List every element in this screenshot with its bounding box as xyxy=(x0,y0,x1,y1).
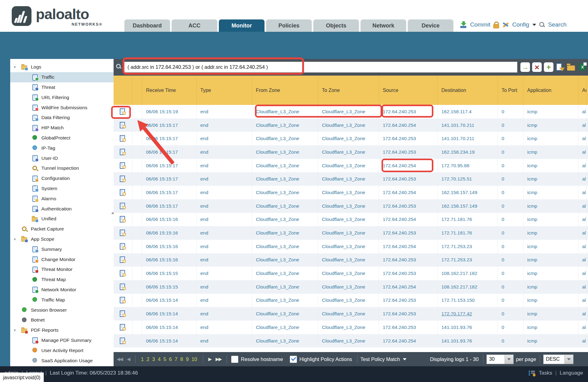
sidebar-item-saas-application-usage[interactable]: SaaS Application Usage xyxy=(10,355,114,366)
log-detail-icon[interactable] xyxy=(119,203,126,210)
language-button[interactable]: Language xyxy=(560,370,583,376)
sidebar-item-change-monitor[interactable]: Change Monitor xyxy=(10,254,114,264)
page-number[interactable]: 9 xyxy=(186,356,189,362)
sidebar-item-hip-match[interactable]: HIP Match xyxy=(10,123,114,133)
sidebar-item-manage-pdf-summary[interactable]: Manage PDF Summary xyxy=(10,335,114,346)
page-number[interactable]: 3 xyxy=(152,356,155,362)
highlight-policy-checkbox[interactable] xyxy=(290,356,297,363)
log-detail-icon[interactable] xyxy=(119,135,126,142)
sidebar-item-summary[interactable]: Summary xyxy=(10,244,114,254)
log-detail-icon[interactable] xyxy=(119,189,126,196)
lock-icon[interactable] xyxy=(493,21,499,28)
resolve-hostname-checkbox[interactable] xyxy=(231,356,238,363)
page-number[interactable]: 2 xyxy=(147,356,149,362)
tab-acc[interactable]: ACC xyxy=(172,19,217,32)
sidebar-item-pdf-reports[interactable]: PDF Reports xyxy=(10,325,114,335)
sidebar-item-data-filtering[interactable]: Data Filtering xyxy=(10,113,114,123)
commit-button[interactable]: Commit xyxy=(470,21,490,28)
page-number[interactable]: 10 xyxy=(191,356,197,362)
sidebar-item-app-scope[interactable]: App Scope xyxy=(10,234,114,244)
sidebar-item-authentication[interactable]: Authentication xyxy=(10,204,114,214)
log-detail-icon[interactable] xyxy=(119,176,126,182)
page-number[interactable]: 4 xyxy=(158,356,161,362)
apply-filter-button[interactable] xyxy=(520,62,530,72)
cell-text[interactable]: 172.70.177.42 xyxy=(441,311,472,317)
sidebar-item-threat-map[interactable]: Threat Map xyxy=(10,275,114,285)
column-header-destination[interactable]: Destination xyxy=(438,76,498,105)
sidebar-item-traffic[interactable]: Traffic xyxy=(10,72,114,82)
next-page-button[interactable] xyxy=(208,356,211,362)
log-detail-icon[interactable] xyxy=(119,310,126,317)
tab-monitor[interactable]: Monitor xyxy=(219,19,265,32)
sort-order-caret-icon[interactable] xyxy=(565,355,573,364)
sidebar-item-threat[interactable]: Threat xyxy=(10,82,114,93)
log-detail-icon[interactable] xyxy=(119,216,126,223)
first-page-button[interactable] xyxy=(117,356,123,362)
log-filter-input[interactable] xyxy=(123,61,518,73)
load-filter-folder-icon[interactable] xyxy=(567,63,576,72)
sidebar-item-traffic-map[interactable]: Traffic Map xyxy=(10,295,114,305)
column-header-source[interactable]: Source xyxy=(379,76,438,105)
last-page-button[interactable] xyxy=(215,356,221,362)
add-filter-button[interactable] xyxy=(544,62,553,72)
page-number[interactable]: 6 xyxy=(169,356,172,362)
tab-dashboard[interactable]: Dashboard xyxy=(124,19,170,32)
tab-objects[interactable]: Objects xyxy=(313,19,359,32)
expand-caret-icon[interactable] xyxy=(13,329,16,332)
sidebar-item-globalprotect[interactable]: GlobalProtect xyxy=(10,133,114,143)
sidebar-item-tunnel-inspection[interactable]: Tunnel Inspection xyxy=(10,163,114,173)
sidebar-item-botnet[interactable]: Botnet xyxy=(10,315,114,325)
page-number[interactable]: 7 xyxy=(175,356,177,362)
prev-page-button[interactable] xyxy=(127,356,130,362)
tab-device[interactable]: Device xyxy=(408,19,453,32)
tab-policies[interactable]: Policies xyxy=(266,19,312,32)
sidebar-item-session-browser[interactable]: Session Browser xyxy=(10,305,114,315)
sidebar-item-url-filtering[interactable]: URL Filtering xyxy=(10,92,114,102)
log-detail-icon[interactable] xyxy=(119,256,126,263)
expand-caret-icon[interactable] xyxy=(13,237,16,241)
per-page-select[interactable]: 30 xyxy=(486,355,514,364)
column-header-type[interactable]: Type xyxy=(197,76,252,105)
column-header-receive-time[interactable]: Receive Time xyxy=(142,76,197,105)
column-header-from-zone[interactable]: From Zone xyxy=(252,76,318,105)
column-header-to-port[interactable]: To Port xyxy=(498,76,523,105)
test-policy-match-button[interactable]: Test Policy Match xyxy=(361,356,400,362)
sidebar-item-wildfire-submissions[interactable]: WildFire Submissions xyxy=(10,102,114,113)
log-detail-icon[interactable] xyxy=(119,230,126,236)
tab-network[interactable]: Network xyxy=(361,19,406,32)
tasks-button[interactable]: Tasks xyxy=(539,370,552,376)
sidebar-item-logs[interactable]: Logs xyxy=(10,62,114,72)
column-header-to-zone[interactable]: To Zone xyxy=(318,76,379,105)
search-button[interactable]: Search xyxy=(548,21,566,28)
filter-builder-icon[interactable] xyxy=(556,63,565,72)
sidebar-item-user-id[interactable]: User-ID xyxy=(10,153,114,163)
sidebar-item-network-monitor[interactable]: Network Monitor xyxy=(10,285,114,295)
sidebar-item-unified[interactable]: Unified xyxy=(10,214,114,224)
sidebar-item-packet-capture[interactable]: Packet Capture xyxy=(10,224,114,234)
log-detail-icon[interactable] xyxy=(119,324,126,331)
sidebar-item-threat-monitor[interactable]: Threat Monitor xyxy=(10,264,114,275)
column-header-application[interactable]: Application xyxy=(523,76,578,105)
page-number[interactable]: 1 xyxy=(141,356,144,362)
sidebar-item-configuration[interactable]: Configuration xyxy=(10,173,114,184)
log-detail-icon[interactable] xyxy=(119,122,126,129)
export-csv-icon[interactable] xyxy=(578,63,588,72)
per-page-caret-icon[interactable] xyxy=(505,355,513,364)
log-detail-icon[interactable] xyxy=(119,149,126,156)
log-detail-icon[interactable] xyxy=(119,108,126,115)
expand-caret-icon[interactable] xyxy=(13,65,16,69)
log-detail-icon[interactable] xyxy=(119,338,126,344)
column-header-action[interactable]: Ac xyxy=(578,76,587,105)
log-detail-icon[interactable] xyxy=(119,297,126,304)
sidebar-item-system[interactable]: System xyxy=(10,184,114,194)
sidebar-item-alarms[interactable]: Alarms xyxy=(10,193,114,204)
sort-order-select[interactable]: DESC xyxy=(543,355,573,364)
log-detail-icon[interactable] xyxy=(119,284,126,290)
log-detail-icon[interactable] xyxy=(119,162,126,169)
page-number[interactable]: 8 xyxy=(180,356,183,362)
page-number[interactable]: 5 xyxy=(163,356,166,362)
column-header-blank-1[interactable] xyxy=(132,76,142,105)
column-header-blank-0[interactable] xyxy=(114,76,132,105)
log-detail-icon[interactable] xyxy=(119,243,126,250)
log-detail-icon[interactable] xyxy=(119,270,126,277)
